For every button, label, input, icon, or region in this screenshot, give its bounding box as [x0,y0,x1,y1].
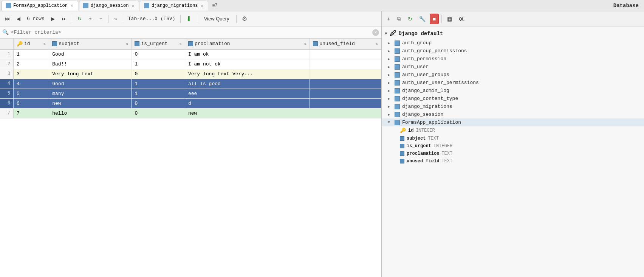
tree-item-formsapp-application[interactable]: ▼ FormsApp_application [382,118,644,126]
tree-field-subject[interactable]: subject TEXT [382,135,644,142]
filter-input[interactable] [11,30,372,35]
tab-django-session[interactable]: django_session ✕ [79,1,139,11]
col-unused-sort[interactable]: ⇅ [376,42,378,46]
view-query-button[interactable]: View Query [200,14,234,24]
download-icon: ⬇ [186,15,192,23]
th-subject[interactable]: subject ⇅ [49,39,132,49]
tab-formsapp[interactable]: FormsApp_application ✕ [2,1,78,11]
tree-item-auth-user[interactable]: ▶ auth_user [382,63,644,71]
tree-item-label: auth_user [402,64,429,70]
cell-subject: Good [49,49,132,59]
settings-button[interactable]: ⚙ [239,14,250,24]
tree-table-icon [395,96,400,101]
fast-forward-icon: » [114,16,117,22]
tree-item-auth-permission[interactable]: ▶ auth_permission [382,55,644,63]
cell-id: 1 [13,49,49,59]
table-row[interactable]: 1 1 Good 0 I am ok [0,49,381,59]
tab-django-migrations-icon [144,3,149,8]
cell-proclamation: d [185,98,310,108]
tree-item-django-migrations[interactable]: ▶ django_migrations [382,103,644,110]
tree-field-proclamation[interactable]: proclamation TEXT [382,150,644,157]
tab-django-migrations-close[interactable]: ✕ [200,3,204,8]
fast-forward-button[interactable]: » [111,14,120,24]
stop-button[interactable]: ■ [430,14,439,24]
col-is-urgent-sort[interactable]: ⇅ [180,42,182,46]
refresh-db-button[interactable]: ↻ [405,14,415,24]
filter-clear-button[interactable]: ✕ [372,29,379,36]
add-row-button[interactable]: + [86,14,95,24]
tree-item-auth-user-user-permissions[interactable]: ▶ auth_user_user_permissions [382,79,644,87]
col-icon [400,151,404,156]
copy-icon: ⧉ [397,16,401,22]
db-root[interactable]: ▼ 🖊 Django default [382,28,644,39]
table-view-icon: ▦ [447,16,452,22]
sep1 [72,15,72,23]
cell-unused-field [310,98,381,108]
tree-item-django-session[interactable]: ▶ django_session [382,110,644,118]
th-is-urgent[interactable]: is_urgent ⇅ [132,39,185,49]
table-view-button[interactable]: ▦ [444,14,455,24]
th-proclamation[interactable]: proclamation ⇅ [185,39,310,49]
tree-field-unused_field[interactable]: unused_field TEXT [382,157,644,165]
tree-item-django-admin-log[interactable]: ▶ django_admin_log [382,87,644,95]
table-row[interactable]: 3 3 Very long text 0 Very long text Very… [0,69,381,79]
table-row[interactable]: 6 6 new 0 d [0,98,381,108]
th-id[interactable]: 🔑 id ⇅ [13,39,49,49]
cell-subject: Good [49,79,132,89]
filter-bar: 🔍 ✕ [0,26,381,39]
tree-item-auth-group[interactable]: ▶ auth_group [382,39,644,47]
wrench-button[interactable]: 🔧 [416,14,428,24]
right-toolbar: + ⧉ ↻ 🔧 ■ ▦ QL [382,11,644,26]
field-type: TEXT [428,136,439,141]
table-row[interactable]: 2 2 Bad!! 1 I am not ok [0,59,381,69]
tree-item-chevron: ▶ [388,96,392,101]
tree-item-chevron: ▼ [388,120,392,124]
prev-button[interactable]: ◀ [14,14,23,24]
field-type: TEXT [441,151,452,156]
next-button[interactable]: ▶ [48,14,57,24]
refresh-button[interactable]: ↻ [75,14,84,24]
cell-row-num: 1 [0,49,13,59]
cell-unused-field [310,89,381,98]
tab-django-session-close[interactable]: ✕ [131,3,135,8]
cell-is-urgent: 0 [132,98,185,108]
skip-first-button[interactable]: ⏮ [2,14,12,24]
tab-django-migrations[interactable]: django_migrations ✕ [140,1,208,11]
tree-table-icon [395,40,400,46]
tree-item-label: django_content_type [402,96,458,101]
col-id-sort[interactable]: ⇅ [43,42,46,46]
skip-first-icon: ⏮ [5,16,10,22]
database-panel-title: Database [610,3,642,9]
th-unused-field[interactable]: unused_field ⇅ [310,39,381,49]
col-subject-sort[interactable]: ⇅ [126,42,128,46]
tab-formsapp-close[interactable]: ✕ [70,3,74,8]
table-container[interactable]: 🔑 id ⇅ subject ⇅ [0,39,381,277]
tree-item-auth-group-permissions[interactable]: ▶ auth_group_permissions [382,47,644,55]
field-type: INTEGER [433,143,452,149]
col-unused-icon [313,41,318,46]
tree-item-chevron: ▶ [388,104,392,109]
tree-item-django-content-type[interactable]: ▶ django_content_type [382,95,644,103]
db-root-label: Django default [399,31,443,37]
tree-field-is_urgent[interactable]: is_urgent INTEGER [382,142,644,150]
download-button[interactable]: ⬇ [183,14,194,24]
delete-row-button[interactable]: − [96,14,105,24]
copy-db-button[interactable]: ⧉ [395,14,404,24]
field-name: id [408,128,413,133]
table-row[interactable]: 7 7 hello 0 new [0,108,381,118]
skip-last-button[interactable]: ⏭ [59,14,69,24]
table-row[interactable]: 5 5 many 1 eee [0,89,381,98]
right-panel: + ⧉ ↻ 🔧 ■ ▦ QL ▼ [382,11,644,277]
sep3 [123,15,123,23]
db-root-icon: 🖊 [390,30,396,37]
tab-overflow[interactable]: ≡7 [209,3,220,8]
toolbar: ⏮ ◀ 6 rows ▶ ⏭ ↻ + − » [0,11,381,26]
sql-button[interactable]: QL [456,14,467,24]
col-unused-label: unused_field [319,41,355,47]
cell-is-urgent: 0 [132,108,185,118]
tree-item-auth-user-groups[interactable]: ▶ auth_user_groups [382,71,644,79]
col-proclamation-sort[interactable]: ⇅ [304,42,307,46]
table-row[interactable]: 4 4 Good 1 all is good [0,79,381,89]
tree-field-id[interactable]: 🔑 id INTEGER [382,126,644,135]
add-db-button[interactable]: + [384,14,393,24]
